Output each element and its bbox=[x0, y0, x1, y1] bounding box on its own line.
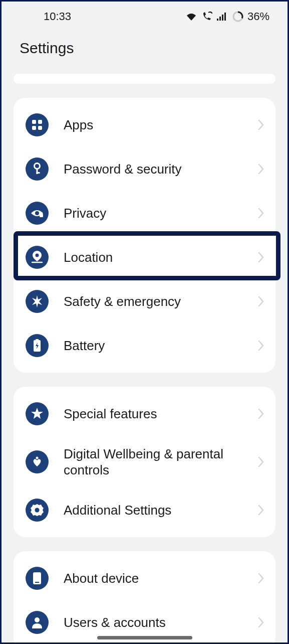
settings-item-label: Password & security bbox=[64, 161, 257, 178]
emergency-icon bbox=[26, 290, 49, 313]
star-icon bbox=[26, 402, 49, 425]
settings-group: Apps Password & security Privacy Locatio… bbox=[14, 98, 275, 373]
settings-item-label: Additional Settings bbox=[64, 502, 257, 519]
page-title: Settings bbox=[20, 40, 269, 57]
svg-rect-6 bbox=[38, 120, 42, 124]
svg-rect-2 bbox=[222, 15, 223, 21]
settings-scroll[interactable]: Apps Password & security Privacy Locatio… bbox=[2, 74, 287, 644]
settings-item-label: Special features bbox=[64, 406, 257, 422]
svg-rect-8 bbox=[38, 126, 42, 130]
chevron-right-icon bbox=[257, 163, 264, 175]
svg-rect-7 bbox=[32, 126, 36, 130]
svg-point-18 bbox=[36, 457, 39, 459]
settings-group: About device Users & accounts bbox=[14, 551, 275, 644]
battery-icon bbox=[26, 334, 49, 357]
settings-item-safety-emergency[interactable]: Safety & emergency bbox=[14, 279, 275, 324]
svg-rect-1 bbox=[219, 17, 221, 21]
device-icon bbox=[26, 567, 49, 590]
previous-card-peek bbox=[14, 74, 275, 84]
apps-icon bbox=[26, 113, 49, 136]
chevron-right-icon bbox=[257, 340, 264, 352]
svg-point-9 bbox=[35, 164, 40, 169]
chevron-right-icon bbox=[257, 616, 264, 628]
location-icon bbox=[26, 246, 49, 269]
chevron-right-icon bbox=[257, 408, 264, 420]
privacy-icon bbox=[26, 202, 49, 225]
wifi-calling-icon bbox=[201, 12, 212, 22]
gear-icon bbox=[26, 499, 49, 522]
heart-icon bbox=[26, 450, 49, 473]
battery-percent: 36% bbox=[247, 10, 269, 23]
settings-item-label: Location bbox=[64, 249, 257, 266]
chevron-right-icon bbox=[257, 456, 264, 468]
svg-point-19 bbox=[35, 508, 40, 513]
chevron-right-icon bbox=[257, 572, 264, 584]
settings-group: Special features Digital Wellbeing & par… bbox=[14, 387, 275, 537]
chevron-right-icon bbox=[257, 295, 264, 307]
chevron-right-icon bbox=[257, 504, 264, 516]
key-icon bbox=[26, 157, 49, 181]
settings-item-label: Apps bbox=[64, 117, 257, 133]
svg-rect-0 bbox=[217, 19, 218, 21]
chevron-right-icon bbox=[257, 119, 264, 131]
settings-item-digital-wellbeing[interactable]: Digital Wellbeing & parental controls bbox=[14, 436, 275, 488]
settings-item-label: Users & accounts bbox=[64, 614, 257, 631]
settings-item-label: About device bbox=[64, 570, 257, 587]
settings-item-additional-settings[interactable]: Additional Settings bbox=[14, 488, 275, 532]
settings-item-label: Battery bbox=[64, 338, 257, 354]
settings-item-location[interactable]: Location bbox=[14, 235, 275, 279]
svg-point-12 bbox=[35, 211, 39, 215]
svg-rect-5 bbox=[32, 120, 36, 124]
settings-item-battery[interactable]: Battery bbox=[14, 324, 275, 368]
signal-icon bbox=[216, 12, 228, 22]
settings-item-label: Digital Wellbeing & parental controls bbox=[64, 446, 257, 478]
status-time: 10:33 bbox=[44, 10, 71, 23]
status-bar: 10:33 36% bbox=[2, 2, 287, 32]
chevron-right-icon bbox=[257, 251, 264, 263]
battery-ring-icon bbox=[232, 11, 243, 22]
svg-rect-21 bbox=[35, 582, 39, 583]
svg-point-15 bbox=[36, 254, 39, 257]
svg-point-22 bbox=[35, 617, 40, 622]
chevron-right-icon bbox=[257, 207, 264, 219]
status-right: 36% bbox=[185, 10, 269, 23]
settings-item-apps[interactable]: Apps bbox=[14, 103, 275, 147]
svg-rect-3 bbox=[224, 13, 226, 21]
settings-item-special-features[interactable]: Special features bbox=[14, 392, 275, 436]
settings-item-label: Safety & emergency bbox=[64, 293, 257, 310]
header: Settings bbox=[2, 32, 287, 74]
svg-rect-11 bbox=[37, 172, 40, 174]
settings-item-label: Privacy bbox=[64, 205, 257, 222]
wifi-icon bbox=[185, 12, 197, 22]
user-icon bbox=[26, 611, 49, 634]
settings-item-about-device[interactable]: About device bbox=[14, 556, 275, 600]
settings-item-password-security[interactable]: Password & security bbox=[14, 147, 275, 191]
settings-item-privacy[interactable]: Privacy bbox=[14, 191, 275, 235]
home-indicator[interactable] bbox=[97, 636, 192, 639]
